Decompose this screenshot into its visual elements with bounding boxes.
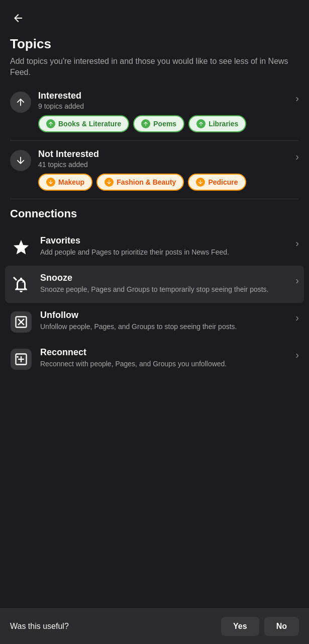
reconnect-left: Reconnect Reconnect with people, Pages, …: [10, 347, 295, 370]
yes-button[interactable]: Yes: [221, 617, 259, 636]
tag-makeup-label: Makeup: [58, 178, 84, 186]
snooze-icon: x: [10, 274, 32, 296]
reconnect-info: Reconnect Reconnect with people, Pages, …: [40, 347, 295, 369]
favorites-icon: [10, 236, 32, 259]
header: [0, 0, 309, 31]
favorites-label: Favorites: [40, 235, 295, 246]
svg-text:x: x: [22, 278, 25, 283]
tag-poems-label: Poems: [153, 120, 176, 128]
snooze-row[interactable]: x Snooze Snooze people, Pages and Groups…: [5, 266, 304, 303]
not-interested-chevron: ›: [295, 151, 299, 163]
up-arrow-icon: [48, 121, 54, 127]
interested-label: Interested: [38, 91, 295, 101]
tag-fashion-label: Fashion & Beauty: [117, 178, 176, 186]
unfollow-desc: Unfollow people, Pages, and Groups to st…: [40, 322, 295, 332]
arrow-down-icon: [15, 155, 26, 166]
not-interested-icon: [10, 150, 31, 171]
snooze-chevron: ›: [295, 275, 299, 286]
interested-row[interactable]: Interested 9 topics added Books & Litera…: [10, 91, 299, 132]
not-interested-label: Not Interested: [38, 149, 295, 159]
interested-icon: [10, 92, 31, 113]
tag-pedicure[interactable]: Pedicure: [188, 174, 246, 191]
reconnect-label: Reconnect: [40, 347, 295, 358]
back-arrow-icon: [12, 12, 24, 24]
favorites-row[interactable]: Favorites Add people and Pages to priori…: [10, 228, 299, 266]
unfollow-icon: [10, 311, 32, 333]
unfollow-chevron: ›: [295, 312, 299, 324]
unfollow-row[interactable]: Unfollow Unfollow people, Pages, and Gro…: [10, 303, 299, 340]
snooze-info: Snooze Snooze people, Pages and Groups t…: [40, 273, 295, 295]
not-interested-tags: Makeup Fashion & Beauty: [38, 174, 295, 191]
tag-libraries-label: Libraries: [209, 120, 238, 128]
snooze-bell-icon: x: [12, 276, 30, 294]
favorites-left: Favorites Add people and Pages to priori…: [10, 235, 295, 259]
snooze-desc: Snooze people, Pages and Groups to tempo…: [40, 285, 295, 295]
interested-count: 9 topics added: [38, 102, 295, 110]
snooze-label: Snooze: [40, 273, 295, 283]
no-button[interactable]: No: [264, 617, 299, 636]
interested-info: Interested 9 topics added Books & Litera…: [38, 91, 295, 132]
svg-line-0: [14, 277, 17, 280]
feedback-bar: Was this useful? Yes No: [0, 608, 309, 644]
favorites-info: Favorites Add people and Pages to priori…: [40, 235, 295, 258]
tag-books[interactable]: Books & Literature: [38, 115, 129, 132]
unfollow-x-icon: [14, 315, 28, 329]
tag-pedicure-label: Pedicure: [208, 178, 238, 186]
topics-title: Topics: [10, 36, 299, 52]
tag-libraries[interactable]: Libraries: [188, 115, 246, 132]
interested-left: Interested 9 topics added Books & Litera…: [10, 91, 295, 132]
not-interested-info: Not Interested 41 topics added Makeup: [38, 149, 295, 191]
unfollow-info: Unfollow Unfollow people, Pages, and Gro…: [40, 310, 295, 332]
connections-section: Connections Favorites Add people and Pag…: [10, 207, 299, 377]
reconnect-icon-box: [11, 349, 32, 370]
tag-down-icon-fashion: [105, 178, 114, 187]
not-interested-count: 41 topics added: [38, 160, 295, 169]
not-interested-row[interactable]: Not Interested 41 topics added Makeup: [10, 149, 299, 191]
unfollow-icon-box: [11, 311, 32, 333]
tag-fashion[interactable]: Fashion & Beauty: [96, 174, 184, 191]
down-arrow-icon-2: [106, 179, 112, 185]
favorites-chevron: ›: [295, 237, 299, 249]
up-arrow-icon-2: [143, 121, 149, 127]
arrow-up-icon: [15, 97, 26, 108]
tag-down-icon-pedicure: [196, 178, 205, 187]
tag-down-icon-makeup: [46, 178, 55, 187]
tag-up-icon-libraries: [196, 119, 205, 128]
topics-section: Topics Add topics you're interested in a…: [10, 36, 299, 191]
tag-up-icon-poems: [141, 119, 150, 128]
reconnect-row[interactable]: Reconnect Reconnect with people, Pages, …: [10, 340, 299, 377]
connections-title: Connections: [10, 207, 299, 220]
reconnect-icon: [10, 348, 32, 370]
down-arrow-icon-3: [197, 179, 203, 185]
tag-books-label: Books & Literature: [58, 120, 121, 128]
reconnect-desc: Reconnect with people, Pages, and Groups…: [40, 359, 295, 369]
interested-chevron: ›: [295, 93, 299, 104]
tag-up-icon-books: [46, 119, 55, 128]
unfollow-left: Unfollow Unfollow people, Pages, and Gro…: [10, 310, 295, 333]
down-arrow-icon-1: [48, 179, 54, 185]
divider-1: [10, 140, 299, 141]
tag-makeup[interactable]: Makeup: [38, 174, 92, 191]
star-icon: [12, 238, 30, 257]
feedback-buttons: Yes No: [221, 617, 299, 636]
snooze-left: x Snooze Snooze people, Pages and Groups…: [10, 273, 295, 296]
reconnect-plus-icon: [14, 352, 28, 366]
up-arrow-icon-3: [198, 121, 204, 127]
topics-description: Add topics you're interested in and thos…: [10, 56, 299, 78]
not-interested-left: Not Interested 41 topics added Makeup: [10, 149, 295, 191]
main-content: Topics Add topics you're interested in a…: [0, 31, 309, 377]
back-button[interactable]: [10, 10, 26, 26]
interested-tags: Books & Literature Poems: [38, 115, 295, 132]
reconnect-chevron: ›: [295, 349, 299, 361]
divider-2: [10, 199, 299, 199]
favorites-desc: Add people and Pages to prioritize their…: [40, 248, 295, 258]
feedback-question: Was this useful?: [10, 622, 69, 631]
unfollow-label: Unfollow: [40, 310, 295, 320]
tag-poems[interactable]: Poems: [133, 115, 184, 132]
